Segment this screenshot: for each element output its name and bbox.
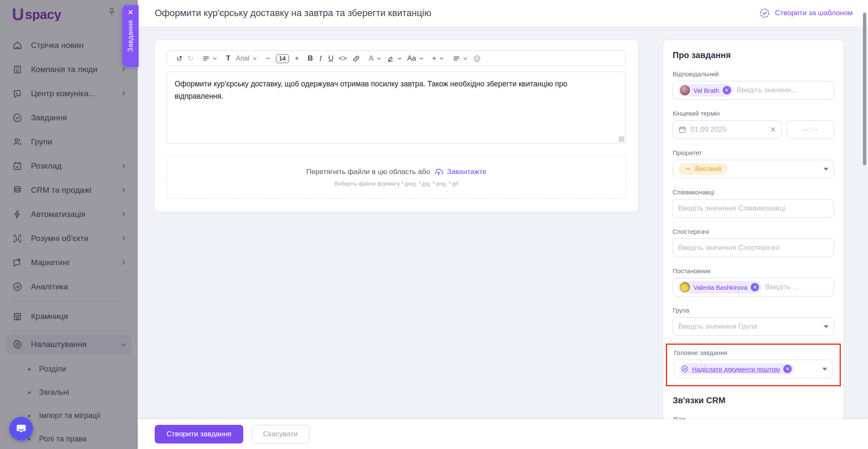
chip-label: Valeriia Bashkirova xyxy=(693,284,747,291)
list-style-button[interactable] xyxy=(200,52,220,65)
chat-widget-button[interactable] xyxy=(9,417,33,441)
group-label: Група xyxy=(673,307,834,314)
scrollbar-thumb[interactable] xyxy=(863,13,866,165)
redo-button[interactable]: ↻ xyxy=(185,52,196,65)
observers-label: Спостерігачі xyxy=(673,228,834,235)
task-drawer: Оформити кур'єрську доставку на завтра т… xyxy=(138,0,868,449)
priority-value: Високий xyxy=(695,165,721,173)
bold-button[interactable]: B xyxy=(305,52,315,65)
drawer-footer: Створити завдання Скасувати xyxy=(138,419,868,449)
undo-button[interactable]: ↺ xyxy=(174,52,185,65)
author-chip[interactable]: Valeriia Bashkirova ✕ xyxy=(678,281,761,294)
main-task-chip[interactable]: Надіслати документи поштою ✕ xyxy=(679,363,794,374)
deadline-time-value: -- : -- xyxy=(803,126,818,133)
responsible-input[interactable] xyxy=(737,86,829,94)
font-family-select[interactable]: Arial xyxy=(234,52,260,65)
deadline-label: Кінцевий термін xyxy=(673,110,834,117)
font-size-value[interactable]: 14 xyxy=(273,52,292,65)
main-task-highlight-box: Головне завдання Надіслати документи пош… xyxy=(666,344,841,386)
details-title: Про завдання xyxy=(673,50,834,60)
author-label: Постановник xyxy=(673,267,834,274)
close-icon[interactable]: ✕ xyxy=(128,9,134,16)
responsible-chip[interactable]: Val Brath ✕ xyxy=(678,84,733,97)
link-button[interactable] xyxy=(350,52,363,65)
remove-chip-icon[interactable]: ✕ xyxy=(751,283,759,291)
page-title: Оформити кур'єрську доставку на завтра т… xyxy=(155,0,431,26)
create-task-button[interactable]: Створити завдання xyxy=(155,425,243,443)
main-task-select[interactable]: Надіслати документи поштою ✕ xyxy=(674,360,833,378)
responsible-label: Відповідальний xyxy=(673,70,834,78)
dropdown-caret-icon[interactable] xyxy=(822,368,827,371)
author-input[interactable] xyxy=(765,283,829,291)
dropdown-caret-icon[interactable] xyxy=(823,168,829,171)
drawer-header: Оформити кур'єрську доставку на завтра т… xyxy=(138,0,868,26)
priority-chip: Високий xyxy=(678,163,728,175)
group-field[interactable] xyxy=(673,317,834,336)
upload-formats-hint: Виберіть файли формату *.jpeg, *.jpg, *.… xyxy=(334,180,458,187)
app-root: U spacy Стрічка новин Компанія та люди Ц… xyxy=(0,0,868,449)
dropdown-caret-icon[interactable] xyxy=(823,325,829,328)
code-button[interactable]: <> xyxy=(336,52,350,65)
highlight-color-button[interactable] xyxy=(384,52,405,65)
priority-high-icon xyxy=(684,166,691,172)
deadline-date-field[interactable]: 01.09.2025 ✕ xyxy=(673,120,782,139)
font-size-increase-button[interactable]: + xyxy=(292,52,302,65)
upload-cloud-icon xyxy=(434,167,443,177)
chip-label: Val Brath xyxy=(693,87,719,94)
calendar-icon xyxy=(678,125,687,134)
observers-field[interactable] xyxy=(673,238,834,257)
main-task-label: Головне завдання xyxy=(674,349,833,356)
group-input[interactable] xyxy=(678,322,820,331)
avatar xyxy=(680,282,690,292)
text-style-button[interactable]: T xyxy=(223,52,234,65)
crm-links-title: Зв'язки CRM xyxy=(673,396,834,405)
remove-chip-icon[interactable]: ✕ xyxy=(723,86,731,94)
resize-handle[interactable] xyxy=(619,136,624,142)
editor-toolbar: ↺ ↻ T Arial − 14 + B I U <> A Aa xyxy=(167,50,626,67)
drawer-tab-tasks[interactable]: ✕ Завдання xyxy=(122,5,139,67)
dropzone-text: Перетягніть файли в цю область або xyxy=(306,168,430,176)
task-description-text: Оформити кур'єрську доставку, щоб одержу… xyxy=(175,80,567,100)
clear-date-icon[interactable]: ✕ xyxy=(770,125,776,134)
priority-label: Пріоритет xyxy=(673,149,834,156)
check-circle-icon xyxy=(681,365,689,373)
task-description-input[interactable]: Оформити кур'єрську доставку, щоб одержу… xyxy=(167,72,626,144)
text-color-button[interactable]: A xyxy=(366,52,384,65)
cancel-button[interactable]: Скасувати xyxy=(252,425,309,443)
avatar xyxy=(680,85,690,95)
coexecutors-input[interactable] xyxy=(678,204,829,213)
deadline-date-value: 01.09.2025 xyxy=(690,125,726,134)
task-details-panel: Про завдання Відповідальний Val Brath ✕ … xyxy=(663,40,843,421)
coexecutors-field[interactable] xyxy=(673,199,834,218)
insert-button[interactable]: + xyxy=(430,52,447,65)
modal-overlay[interactable] xyxy=(0,0,138,449)
upload-link[interactable]: Завантажте xyxy=(447,168,487,176)
observers-input[interactable] xyxy=(678,244,829,252)
priority-select[interactable]: Високий xyxy=(673,160,834,178)
underline-button[interactable]: U xyxy=(326,52,336,65)
main-task-link[interactable]: Надіслати документи поштою xyxy=(692,366,780,373)
italic-button[interactable]: I xyxy=(315,52,326,65)
remove-chip-icon[interactable]: ✕ xyxy=(783,365,792,373)
font-size-decrease-button[interactable]: − xyxy=(263,52,273,65)
author-field[interactable]: Valeriia Bashkirova ✕ xyxy=(673,278,834,297)
file-dropzone[interactable]: Перетягніть файли в цю область або Заван… xyxy=(167,155,626,199)
description-editor-card: ↺ ↻ T Arial − 14 + B I U <> A Aa xyxy=(155,40,638,212)
template-button-label: Створити за шаблоном xyxy=(775,9,853,17)
align-button[interactable] xyxy=(450,52,470,65)
drawer-tab-label: Завдання xyxy=(127,20,134,52)
text-case-button[interactable]: Aa xyxy=(405,52,426,65)
create-from-template-button[interactable]: Створити за шаблоном xyxy=(759,0,853,26)
coexecutors-label: Співвиконавці xyxy=(673,188,834,196)
deadline-time-field[interactable]: -- : -- xyxy=(787,120,834,139)
emoji-button[interactable] xyxy=(470,52,484,65)
responsible-field[interactable]: Val Brath ✕ xyxy=(673,81,834,100)
